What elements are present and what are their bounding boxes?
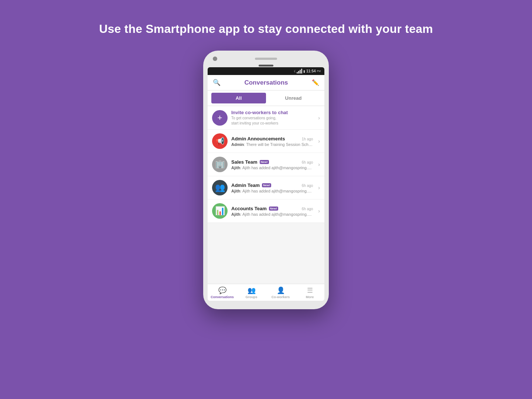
tab-unread[interactable]: Unread <box>266 93 321 103</box>
page-title: Use the Smartphone app to stay connected… <box>99 22 433 36</box>
accounts-name-row: Accounts Team New! <box>231 206 278 211</box>
list-item[interactable]: 🏢 Sales Team New! 6h ago Ajith: Ajith ha… <box>208 153 324 176</box>
conv-sub-bold: Admin <box>231 142 244 147</box>
sales-avatar: 🏢 <box>212 157 228 172</box>
conv-sub-text: : Ajith has added ajith@mangospring.com,… <box>240 189 313 193</box>
conv-sub-bold: Ajith <box>231 166 240 170</box>
conv-name: Admin Team <box>231 183 260 188</box>
signal-bar-3 <box>300 70 301 74</box>
conv-name: Accounts Team <box>231 206 267 211</box>
admin-team-avatar: 👥 <box>212 180 228 195</box>
home-indicator <box>208 63 324 67</box>
announcement-content: Admin Announcements 1h ago Admin: There … <box>231 136 313 147</box>
phone-top-bar <box>208 55 324 63</box>
coworkers-nav-icon: 👤 <box>277 286 285 294</box>
signal-bar-2 <box>298 71 299 74</box>
signal-bar-4 <box>301 69 302 74</box>
more-nav-icon: ☰ <box>307 286 313 294</box>
chevron-icon: › <box>318 185 320 191</box>
status-period: PM <box>317 70 321 72</box>
status-bar: ☇ ▮ 11:54 PM <box>208 67 324 75</box>
invite-avatar: + <box>212 110 228 126</box>
chevron-icon: › <box>318 115 320 121</box>
invite-sub-1: To get conversations going, <box>231 116 313 120</box>
accounts-content: Accounts Team New! 6h ago Ajith: Ajith h… <box>231 206 313 216</box>
signal-bar-1 <box>297 72 298 74</box>
header-title: Conversations <box>244 79 288 86</box>
phone-button <box>315 57 319 61</box>
battery-icon: ▮ <box>303 69 305 73</box>
invite-content: Invite co-workers to chat To get convers… <box>231 110 313 126</box>
plus-icon: + <box>218 113 222 123</box>
tabs-bar: All Unread <box>208 91 324 106</box>
nav-conversations[interactable]: 💬 Conversations <box>208 286 237 299</box>
invite-sub-2: start inviting your co-workers <box>231 121 313 126</box>
more-nav-label: More <box>306 295 314 299</box>
conversations-nav-label: Conversations <box>211 295 234 299</box>
announcement-avatar: 📢 <box>212 133 228 149</box>
conv-name: Sales Team <box>231 159 258 165</box>
new-badge: New! <box>269 207 278 211</box>
app-header: 🔍 Conversations ✏️ <box>208 75 324 91</box>
conv-sub-text: : Ajith has added ajith@mangospring.com,… <box>240 166 313 170</box>
bottom-nav: 💬 Conversations 👥 Groups 👤 Co-workers ☰ … <box>208 284 324 301</box>
admin-name-row: Admin Team New! <box>231 183 271 188</box>
announcement-icon: 📢 <box>215 137 225 146</box>
admin-team-content: Admin Team New! 6h ago Ajith: Ajith has … <box>231 183 313 193</box>
new-badge: New! <box>262 183 271 187</box>
conv-time: 6h ago <box>302 160 313 164</box>
tab-all[interactable]: All <box>211 93 266 103</box>
conv-time: 6h ago <box>302 184 313 188</box>
invite-title: Invite co-workers to chat <box>231 110 288 115</box>
speaker <box>255 58 277 60</box>
groups-nav-icon: 👥 <box>248 286 256 294</box>
admin-team-icon: 👥 <box>215 183 225 192</box>
wifi-icon: ☇ <box>294 69 296 73</box>
conversation-list: + Invite co-workers to chat To get conve… <box>208 106 324 284</box>
list-item[interactable]: 📢 Admin Announcements 1h ago Admin: Ther… <box>208 130 324 153</box>
coworkers-nav-label: Co-workers <box>272 295 290 299</box>
chevron-icon: › <box>318 208 320 214</box>
list-item[interactable]: 📊 Accounts Team New! 6h ago Ajith: Ajith… <box>208 200 324 223</box>
list-item[interactable]: + Invite co-workers to chat To get conve… <box>208 106 324 130</box>
phone-mockup: ☇ ▮ 11:54 PM 🔍 Conversations ✏️ All Unre… <box>203 51 329 309</box>
sales-name-row: Sales Team New! <box>231 159 269 165</box>
search-icon[interactable]: 🔍 <box>213 79 221 86</box>
nav-coworkers[interactable]: 👤 Co-workers <box>266 286 295 299</box>
conv-sub: Ajith: Ajith has added ajith@mangospring… <box>231 189 313 193</box>
conv-sub: Admin: There will be Training Session Sc… <box>231 142 313 147</box>
groups-nav-label: Groups <box>245 295 257 299</box>
status-icons: ☇ ▮ 11:54 PM <box>294 69 321 74</box>
conv-sub-text: : Ajith has added ajith@mangospring.com,… <box>240 212 313 216</box>
accounts-avatar: 📊 <box>212 203 228 219</box>
conv-sub: Ajith: Ajith has added ajith@mangospring… <box>231 166 313 170</box>
list-item[interactable]: 👥 Admin Team New! 6h ago Ajith: Ajith ha… <box>208 176 324 200</box>
conv-sub-text: : There will be Training Session Schedul… <box>244 142 313 147</box>
conv-time: 1h ago <box>302 137 313 141</box>
accounts-icon: 📊 <box>215 206 225 216</box>
conv-time: 6h ago <box>302 207 313 211</box>
conversations-nav-icon: 💬 <box>218 286 226 294</box>
phone-screen: ☇ ▮ 11:54 PM 🔍 Conversations ✏️ All Unre… <box>208 67 324 301</box>
conv-sub-bold: Ajith <box>231 189 240 193</box>
nav-groups[interactable]: 👥 Groups <box>237 286 266 299</box>
nav-more[interactable]: ☰ More <box>295 286 324 299</box>
chevron-icon: › <box>318 138 320 144</box>
home-dot <box>259 65 273 66</box>
signal-bars <box>297 69 302 74</box>
conv-name: Admin Announcements <box>231 136 285 141</box>
conv-sub: Ajith: Ajith has added ajith@mangospring… <box>231 212 313 216</box>
conv-sub-bold: Ajith <box>231 212 240 216</box>
sales-content: Sales Team New! 6h ago Ajith: Ajith has … <box>231 159 313 170</box>
sales-icon: 🏢 <box>215 160 225 169</box>
new-badge: New! <box>260 160 269 164</box>
compose-icon[interactable]: ✏️ <box>312 79 319 86</box>
status-time: 11:54 <box>306 69 316 73</box>
camera-icon <box>213 57 217 61</box>
chevron-icon: › <box>318 161 320 167</box>
